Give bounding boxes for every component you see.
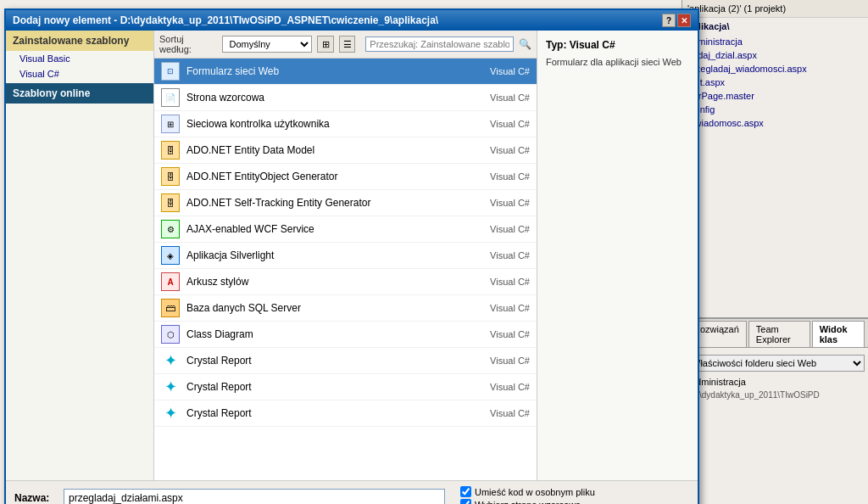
info-description: Formularz dla aplikacji sieci Web bbox=[546, 56, 689, 69]
checkbox-separate-file[interactable] bbox=[460, 486, 471, 497]
search-icon[interactable]: 🔍 bbox=[519, 38, 531, 50]
template-type: Visual C# bbox=[462, 145, 530, 155]
template-list: ⊡ Formularz sieci Web Visual C# 📄 Strona… bbox=[154, 59, 537, 480]
diagram-icon: ⬡ bbox=[161, 325, 180, 344]
template-type: Visual C# bbox=[462, 408, 530, 418]
template-type: Visual C# bbox=[462, 250, 530, 260]
template-row[interactable]: A Arkusz stylów Visual C# bbox=[154, 269, 537, 295]
adonet2-icon: 🗄 bbox=[161, 167, 180, 186]
left-item-csharp[interactable]: Visual C# bbox=[6, 66, 153, 81]
template-name: Crystal Report bbox=[186, 355, 455, 367]
template-name: Crystal Report bbox=[186, 407, 455, 419]
template-type: Visual C# bbox=[462, 198, 530, 208]
dialog-body: Zainstalowane szablony Visual Basic Visu… bbox=[6, 31, 698, 480]
template-name: Class Diagram bbox=[186, 328, 455, 340]
template-row[interactable]: ✦ Crystal Report Visual C# bbox=[154, 348, 537, 374]
adonet-icon: 🗄 bbox=[161, 141, 180, 160]
template-type: Visual C# bbox=[462, 329, 530, 339]
template-type: Visual C# bbox=[462, 277, 530, 287]
wcf-icon: ⚙ bbox=[161, 220, 180, 238]
view-list-button[interactable]: ☰ bbox=[339, 36, 355, 53]
file-master[interactable]: rterPage.master bbox=[682, 89, 868, 103]
template-row[interactable]: 🗄 ADO.NET Entity Data Model Visual C# bbox=[154, 137, 537, 164]
tab-widok-klas[interactable]: Widok klas bbox=[812, 321, 865, 347]
template-name: Aplikacja Silverlight bbox=[186, 249, 455, 261]
info-type: Typ: Visual C# bbox=[546, 39, 689, 51]
template-type: Visual C# bbox=[462, 382, 530, 392]
template-name: ADO.NET EntityObject Generator bbox=[186, 171, 455, 182]
solution-explorer-header: 'aplikacja (2)' (1 projekt) bbox=[682, 0, 868, 18]
template-type: Visual C# bbox=[462, 224, 530, 234]
css-icon: A bbox=[161, 272, 180, 291]
solution-section: aplikacja\ administracja dodaj_dzial.asp… bbox=[682, 18, 868, 130]
template-type: Visual C# bbox=[462, 119, 530, 129]
template-name: ADO.NET Entity Data Model bbox=[186, 144, 455, 156]
center-toolbar: Sortuj według: Domyślny ⊞ ☰ 🔍 bbox=[154, 31, 537, 59]
center-panel: Sortuj według: Domyślny ⊞ ☰ 🔍 ⊡ Formular… bbox=[154, 31, 537, 480]
checkbox-master-page-label: Wybierz stronę wzorcową bbox=[475, 500, 581, 505]
left-panel: Zainstalowane szablony Visual Basic Visu… bbox=[6, 31, 154, 480]
close-button[interactable]: ✕ bbox=[677, 14, 691, 27]
crystal3-icon: ✦ bbox=[161, 404, 180, 423]
checkbox-separate-file-row: Umieść kod w osobnym pliku bbox=[460, 486, 595, 497]
sort-label: Sortuj według: bbox=[159, 34, 217, 54]
db-icon: 🗃 bbox=[161, 299, 180, 317]
template-type: Visual C# bbox=[462, 303, 530, 313]
adonet3-icon: 🗄 bbox=[161, 193, 180, 212]
crystal2-icon: ✦ bbox=[161, 378, 180, 396]
view-large-icon-button[interactable]: ⊞ bbox=[317, 36, 333, 53]
template-name: Baza danych SQL Server bbox=[186, 302, 455, 314]
checkbox-separate-file-label: Umieść kod w osobnym pliku bbox=[475, 487, 595, 497]
template-row[interactable]: ⊞ Sieciowa kontrolka użytkownika Visual … bbox=[154, 111, 537, 137]
webform-icon: ⊡ bbox=[161, 62, 180, 81]
left-item-vb[interactable]: Visual Basic bbox=[6, 51, 153, 66]
template-name: AJAX-enabled WCF Service bbox=[186, 223, 455, 235]
template-row[interactable]: 📄 Strona wzorcowa Visual C# bbox=[154, 85, 537, 111]
template-row[interactable]: ✦ Crystal Report Visual C# bbox=[154, 400, 537, 427]
online-templates-header: Szablony online bbox=[6, 83, 153, 104]
properties-panel: Rozwiązań Team Explorer Widok klas Właśc… bbox=[682, 317, 868, 504]
template-row[interactable]: 🗄 ADO.NET Self-Tracking Entity Generator… bbox=[154, 190, 537, 216]
name-label: Nazwa: bbox=[14, 492, 57, 504]
template-type: Visual C# bbox=[462, 356, 530, 366]
titlebar-buttons: ? ✕ bbox=[662, 14, 691, 27]
template-row[interactable]: 🗃 Baza danych SQL Server Visual C# bbox=[154, 295, 537, 322]
file-dodaj[interactable]: dodaj_dzial.aspx bbox=[682, 48, 868, 62]
template-row[interactable]: ⊡ Formularz sieci Web Visual C# bbox=[154, 59, 537, 85]
tab-team-explorer[interactable]: Team Explorer bbox=[748, 321, 810, 347]
help-button[interactable]: ? bbox=[662, 14, 676, 27]
installed-templates-header: Zainstalowane szablony bbox=[6, 31, 153, 51]
properties-dropdown[interactable]: Właściwości folderu sieci Web bbox=[686, 355, 865, 372]
template-row[interactable]: 🗄 ADO.NET EntityObject Generator Visual … bbox=[154, 164, 537, 190]
template-name: Strona wzorcowa bbox=[186, 92, 455, 104]
template-row[interactable]: ✦ Crystal Report Visual C# bbox=[154, 374, 537, 400]
search-input[interactable] bbox=[365, 36, 514, 52]
template-row[interactable]: ⚙ AJAX-enabled WCF Service Visual C# bbox=[154, 216, 537, 243]
template-name: Formularz sieci Web bbox=[186, 65, 455, 77]
file-administracja[interactable]: administracja bbox=[682, 35, 868, 48]
template-type: Visual C# bbox=[462, 171, 530, 182]
properties-item-admin: administracja bbox=[686, 375, 865, 389]
file-ault[interactable]: ault.aspx bbox=[682, 76, 868, 89]
name-row: Nazwa: Umieść kod w osobnym pliku Wybier… bbox=[14, 486, 689, 504]
template-name: ADO.NET Self-Tracking Entity Generator bbox=[186, 197, 455, 209]
template-name: Crystal Report bbox=[186, 381, 455, 393]
template-name: Arkusz stylów bbox=[186, 276, 455, 288]
sort-select[interactable]: Domyślny bbox=[222, 36, 313, 53]
page-icon: 📄 bbox=[161, 88, 180, 107]
solution-explorer-panel: 'aplikacja (2)' (1 projekt) aplikacja\ a… bbox=[682, 0, 868, 504]
right-info-panel: Typ: Visual C# Formularz dla aplikacji s… bbox=[537, 31, 698, 480]
file-wiadomosc[interactable]: j_wiadomosc.aspx bbox=[682, 116, 868, 130]
bottom-tabs: Rozwiązań Team Explorer Widok klas bbox=[682, 319, 868, 348]
filename-input[interactable] bbox=[64, 489, 445, 504]
template-row[interactable]: ◈ Aplikacja Silverlight Visual C# bbox=[154, 243, 537, 269]
checkbox-master-page[interactable] bbox=[460, 499, 471, 504]
control-icon: ⊞ bbox=[161, 115, 180, 133]
file-config[interactable]: .config bbox=[682, 103, 868, 116]
checkbox-master-row: Wybierz stronę wzorcową bbox=[460, 499, 595, 504]
template-type: Visual C# bbox=[462, 66, 530, 76]
solution-name: 'aplikacja (2)' (1 projekt) bbox=[687, 3, 786, 14]
file-przegladaj[interactable]: przegladaj_wiadomosci.aspx bbox=[682, 62, 868, 76]
dialog-titlebar: Dodaj nowy element - D:\dydaktyka_up_201… bbox=[6, 10, 698, 31]
template-row[interactable]: ⬡ Class Diagram Visual C# bbox=[154, 322, 537, 348]
